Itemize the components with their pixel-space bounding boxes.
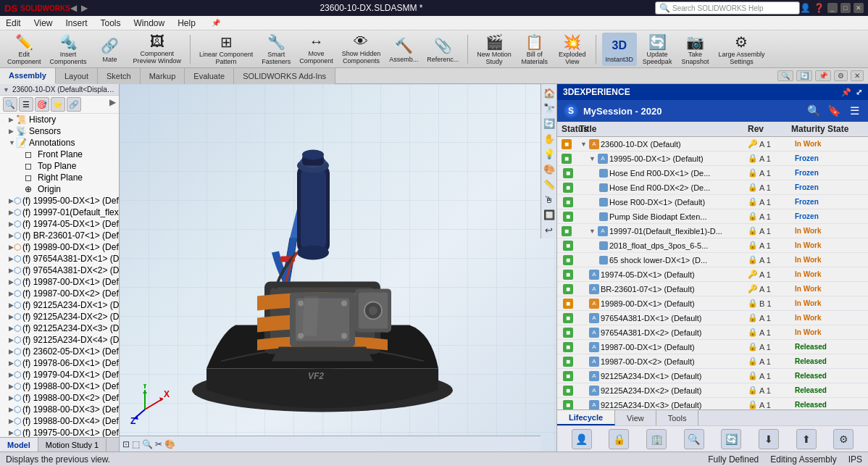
tb-snapshot[interactable]: 📷 TakeSnapshot: [677, 33, 712, 66]
tb-show-hidden[interactable]: 👁 Show HiddenComponents: [339, 33, 384, 66]
ft-tab-motion[interactable]: Motion Study 1: [38, 438, 107, 452]
vp-rotate-icon[interactable]: 🔄: [542, 116, 556, 130]
ft-tab-model[interactable]: Model: [0, 438, 38, 452]
menu-item-window[interactable]: Window: [131, 17, 168, 30]
rp-row-92125-1r[interactable]: ■ A 92125A234-DX<1> (Default) 🔒 A 1 Rele…: [557, 369, 868, 383]
rp-row-65shock[interactable]: ■ 65 shock lower-DX<1> (D... 🔒 A 1 In Wo…: [557, 253, 868, 267]
tab-layout[interactable]: Layout: [56, 68, 98, 84]
vp-light-icon[interactable]: 💡: [542, 146, 556, 161]
ft-item-annotations[interactable]: ▼ 📝 Annotations: [0, 137, 119, 149]
ft-item-19979[interactable]: ▶ ⬡ (f) 19979-04-DX<1> (Default<: [0, 369, 119, 380]
tb-large-assembly[interactable]: ⚙ Large AssemblySettings: [715, 33, 767, 66]
ft-collapse-icon[interactable]: ▼: [3, 86, 9, 93]
action-download-icon[interactable]: ⬇: [759, 429, 779, 449]
rp-row-19989r[interactable]: ■ A 19989-00-DX<1> (Default) 🔒 B 1 In Wo…: [557, 296, 868, 311]
ft-item-19974[interactable]: ▶ ⬡ (f) 19974-05-DX<1> (Default<: [0, 218, 119, 230]
ft-btn-4[interactable]: ⭐: [51, 97, 65, 112]
ft-expand-btn[interactable]: ▶: [109, 97, 116, 112]
back-arrow[interactable]: ◀: [70, 3, 77, 13]
vp-zoom-icon[interactable]: 🔭: [542, 101, 556, 115]
ft-item-19978[interactable]: ▶ ⬡ (f) 19978-06-DX<1> (Default<: [0, 357, 119, 369]
rp-row-92125-3r[interactable]: ■ A 92125A234-DX<3> (Default) 🔒 A 1 Rele…: [557, 398, 868, 409]
search-input[interactable]: [672, 4, 786, 12]
vp-measure-icon[interactable]: 📏: [542, 177, 556, 191]
tb-instant3d[interactable]: 3D Instant3D: [602, 33, 637, 66]
tb-update-speedpak[interactable]: 🔄 UpdateSpeedpak: [640, 33, 675, 66]
tab-sketch[interactable]: Sketch: [98, 68, 141, 84]
restore-btn[interactable]: □: [840, 3, 851, 13]
ft-item-19988-2[interactable]: ▶ ⬡ (f) 19988-00-DX<2> (Default<: [0, 392, 119, 404]
session-menu-icon[interactable]: ☰: [846, 103, 862, 119]
tb-reference[interactable]: 📎 Referenc...: [424, 33, 462, 66]
question-icon[interactable]: ❓: [814, 3, 825, 13]
tb-edit-component[interactable]: ✏️ EditComponent: [4, 33, 44, 66]
ft-item-br23601[interactable]: ▶ ⬡ (f) BR-23601-07<1> (Default<: [0, 230, 119, 241]
rp-tab-lifecycle[interactable]: Lifecycle: [557, 410, 615, 425]
minimize-btn[interactable]: _: [827, 3, 838, 13]
search-bar[interactable]: 🔍 →: [655, 1, 800, 14]
expand-19995[interactable]: ▼: [589, 155, 596, 162]
ft-item-97654-1[interactable]: ▶ ⬡ (f) 97654A381-DX<1> (Defaul: [0, 253, 119, 265]
tab-tool-icon-3[interactable]: 📌: [815, 70, 831, 81]
menu-item-view[interactable]: View: [31, 17, 56, 30]
action-settings-icon[interactable]: ⚙: [833, 429, 854, 449]
ft-item-92125-3[interactable]: ▶ ⬡ (f) 92125A234-DX<3> (Defaul: [0, 323, 119, 334]
rp-row-hose2[interactable]: ■ Hose End R00-DX<2> (De... 🔒 A 1 Frozen: [557, 180, 868, 195]
tb-bom[interactable]: 📋 Bill ofMaterials: [517, 33, 552, 66]
ft-item-97654-2[interactable]: ▶ ⬡ (f) 97654A381-DX<2> (Defaul: [0, 265, 119, 276]
tab-tool-icon-1[interactable]: 🔍: [777, 70, 793, 81]
action-company-icon[interactable]: 🏢: [646, 429, 667, 449]
rp-pin-icon[interactable]: 📌: [841, 88, 851, 97]
rp-row-97654-2r[interactable]: ■ A 97654A381-DX<2> (Default) 🔒 A 1 In W…: [557, 325, 868, 340]
rp-row-92125-2r[interactable]: ■ A 92125A234-DX<2> (Default) 🔒 A 1 Rele…: [557, 383, 868, 398]
3d-viewport[interactable]: VF2: [120, 84, 556, 452]
tab-tool-icon-2[interactable]: 🔄: [796, 70, 812, 81]
ft-item-23602[interactable]: ▶ ⬡ (f) 23602-05-DX<1> (Defaul: [0, 346, 119, 357]
rp-row-hose3[interactable]: ■ Hose R00-DX<1> (Default) 🔒 A 1 Frozen: [557, 195, 868, 209]
vp-section-icon[interactable]: 🔲: [542, 207, 556, 222]
tab-assembly[interactable]: Assembly: [0, 68, 56, 84]
ft-btn-3[interactable]: 🎯: [35, 97, 49, 112]
rp-row-19987-1r[interactable]: ■ A 19987-00-DX<1> (Default) 🔒 A 1 Relea…: [557, 340, 868, 354]
ft-item-92125-1[interactable]: ▶ ⬡ (f) 92125A234-DX<1> (Defaul: [0, 299, 119, 311]
tab-markup[interactable]: Markup: [141, 68, 185, 84]
ft-item-origin[interactable]: ⊕ Origin: [0, 183, 119, 195]
ft-item-19989[interactable]: ▶ ⬡ (f) 19989-00-DX<1> (Default<: [0, 241, 119, 253]
tab-addins[interactable]: SOLIDWORKS Add-Ins: [234, 68, 335, 84]
ft-item-19975-1[interactable]: ▶ ⬡ (f) 19975-00-DX<1> (Default<: [0, 427, 119, 437]
tb-insert-components[interactable]: 🔩 InsertComponents: [47, 33, 90, 66]
view-wireframe-icon[interactable]: ⬚: [132, 439, 140, 449]
expand-19997[interactable]: ▼: [589, 228, 596, 235]
tb-assembly[interactable]: 🔨 Assemb...: [386, 33, 421, 66]
vp-material-icon[interactable]: 🎨: [542, 162, 556, 176]
ft-item-sensors[interactable]: ▶ 📡 Sensors: [0, 125, 119, 137]
tb-mate[interactable]: 🔗 Mate: [93, 33, 128, 66]
search-submit[interactable]: →: [788, 4, 796, 12]
menu-item-insert[interactable]: Insert: [62, 17, 90, 30]
rp-row-pump[interactable]: ■ Pump Side Biodapt Exten... 🔒 A 1 Froze…: [557, 209, 868, 224]
rp-row-19987-2r[interactable]: ■ A 19987-00-DX<2> (Default) 🔒 A 1 Relea…: [557, 354, 868, 369]
action-refresh-icon[interactable]: 🔄: [721, 429, 741, 449]
vp-back-icon[interactable]: ↩: [542, 222, 556, 237]
view-section-icon[interactable]: ✂: [155, 439, 162, 449]
tb-exploded-view[interactable]: 💥 ExplodedView: [555, 33, 590, 66]
ft-item-92125-2[interactable]: ▶ ⬡ (f) 92125A234-DX<2> (Defaul: [0, 311, 119, 323]
ft-item-front-plane[interactable]: ◻ Front Plane: [0, 149, 119, 160]
tab-evaluate[interactable]: Evaluate: [185, 68, 234, 84]
rp-row-19995[interactable]: ■ ▼ A 19995-00-DX<1> (Default) 🔒 A 1 Fro…: [557, 151, 868, 166]
ft-item-history[interactable]: ▶ 📜 History: [0, 114, 119, 125]
tb-linear-pattern[interactable]: ⊞ Linear ComponentPattern: [196, 33, 256, 66]
tb-move-component[interactable]: ↔ MoveComponent: [296, 33, 336, 66]
ft-item-19988-1[interactable]: ▶ ⬡ (f) 19988-00-DX<1> (Default<: [0, 380, 119, 392]
ft-item-19987-2[interactable]: ▶ ⬡ (f) 19987-00-DX<2> (Default<: [0, 288, 119, 299]
view-normal-icon[interactable]: ⊡: [122, 439, 130, 449]
tb-new-motion[interactable]: 🎬 New MotionStudy: [474, 33, 514, 66]
ft-item-92125-4[interactable]: ▶ ⬡ (f) 92125A234-DX<4> (Defaul: [0, 334, 119, 346]
ft-btn-2[interactable]: ☰: [19, 97, 33, 112]
menu-item-edit[interactable]: Edit: [3, 17, 24, 30]
ft-btn-5[interactable]: 🔗: [67, 97, 81, 112]
expand-23600[interactable]: ▼: [580, 141, 588, 148]
tb-component-preview[interactable]: 🖼 ComponentPreview Window: [130, 33, 185, 66]
action-lock-icon[interactable]: 🔒: [609, 429, 629, 449]
rp-row-float[interactable]: ■ 2018_float_dps_3pos_6-5... 🔒 A 1 In Wo…: [557, 238, 868, 253]
